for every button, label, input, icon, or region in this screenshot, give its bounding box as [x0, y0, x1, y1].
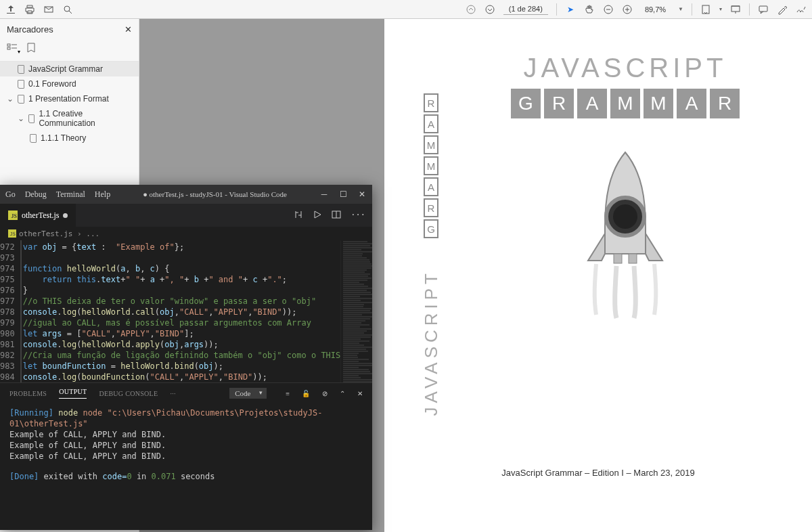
bookmark-item[interactable]: 1.1.1 Theory — [0, 131, 139, 146]
vertical-title: JAVASCRIPT — [421, 269, 442, 416]
spaceship-illustration — [466, 146, 785, 324]
bookmark-label: 0.1 Foreword — [28, 79, 76, 89]
page-down-icon[interactable] — [484, 4, 495, 15]
grammar-boxes: GRAMMAR — [466, 89, 785, 118]
minimize-icon[interactable]: ─ — [319, 190, 329, 199]
clear-icon[interactable]: ⊘ — [322, 390, 328, 397]
highlight-icon[interactable] — [777, 4, 788, 15]
close-icon[interactable]: ✕ — [357, 190, 367, 199]
code-editor[interactable]: 9729739749759769779789799809819829839849… — [0, 240, 372, 382]
output-text: exited with — [44, 472, 103, 481]
js-file-icon: JS — [8, 229, 16, 238]
comment-icon[interactable] — [758, 4, 769, 15]
hand-icon[interactable] — [584, 4, 595, 15]
output-time: 0.071 — [152, 472, 176, 481]
svg-point-1 — [64, 6, 70, 12]
close-icon[interactable]: ✕ — [125, 24, 132, 35]
print-icon[interactable] — [24, 4, 35, 15]
bookmark-item[interactable]: ⌄1 Presentation Format — [0, 91, 139, 106]
maximize-icon[interactable]: ☐ — [338, 190, 348, 199]
tab-more[interactable]: ··· — [170, 390, 175, 397]
menu-help[interactable]: Help — [95, 190, 110, 200]
code-content[interactable]: var obj = {text : "Example of"}; functio… — [20, 240, 341, 382]
separator — [692, 3, 692, 16]
vscode-window: Go Debug Terminal Help ● otherTest.js - … — [0, 185, 372, 530]
output-text: seconds — [176, 472, 215, 481]
bookmark-icon[interactable] — [27, 43, 35, 56]
zoom-level[interactable]: 89,7% — [641, 4, 670, 15]
zoom-in-icon[interactable] — [622, 4, 633, 15]
chevron-up-icon[interactable]: ⌃ — [340, 390, 345, 397]
bookmark-item[interactable]: JavaScript Grammar — [0, 62, 139, 76]
tab-label: otherTest.js — [22, 210, 59, 221]
list-icon[interactable]: ≡ — [286, 390, 290, 397]
unsaved-dot-icon — [63, 213, 68, 218]
run-icon[interactable] — [313, 210, 322, 221]
vscode-titlebar[interactable]: Go Debug Terminal Help ● otherTest.js - … — [0, 185, 372, 204]
bookmark-label: 1 Presentation Format — [28, 94, 109, 104]
bookmark-item[interactable]: 0.1 Foreword — [0, 76, 139, 91]
menu-go[interactable]: Go — [5, 190, 16, 200]
read-mode-icon[interactable] — [700, 4, 711, 15]
search-icon[interactable] — [62, 4, 73, 15]
zoom-dropdown-icon[interactable]: ▼ — [678, 6, 683, 12]
output-code-val: 0 — [127, 472, 131, 481]
svg-rect-7 — [731, 6, 740, 12]
tab-debug-console[interactable]: DEBUG CONSOLE — [99, 390, 158, 397]
zoom-out-icon[interactable] — [603, 4, 614, 15]
upload-icon[interactable] — [5, 4, 16, 15]
bookmark-item[interactable]: ⌄1.1 Creative Communication — [0, 106, 139, 131]
minimap[interactable] — [340, 240, 372, 382]
tab-output[interactable]: OUTPUT — [59, 388, 87, 399]
output-channel-select[interactable]: Code — [229, 388, 267, 399]
output-running-label: [Running] — [9, 408, 53, 418]
breadcrumb[interactable]: JS otherTest.js › ... — [0, 227, 372, 240]
svg-point-2 — [467, 5, 475, 14]
mail-icon[interactable] — [43, 4, 54, 15]
tab-problems[interactable]: PROBLEMS — [9, 390, 47, 397]
menu-debug[interactable]: Debug — [25, 190, 47, 200]
svg-point-12 — [613, 204, 637, 229]
chevron-down-icon[interactable]: ⌄ — [18, 114, 24, 123]
presentation-icon[interactable] — [730, 4, 741, 15]
editor-tabs: JS otherTest.js ··· — [0, 204, 372, 227]
bookmarks-view-icon[interactable]: ▾ — [7, 43, 20, 56]
bookmark-label: 1.1.1 Theory — [41, 133, 86, 143]
lock-icon[interactable]: 🔓 — [302, 390, 310, 397]
output-content[interactable]: [Running] node node "c:\Users\Pichau\Doc… — [0, 403, 372, 486]
pdf-page: GRAMMAR JAVASCRIPT JAVASCRIPT GRAMMAR — [384, 19, 812, 532]
separator — [556, 3, 557, 16]
svg-rect-10 — [7, 47, 10, 49]
vertical-grammar-boxes: GRAMMAR — [424, 93, 438, 238]
pointer-icon[interactable]: ➤ — [565, 4, 576, 15]
more-icon[interactable]: ··· — [351, 210, 365, 221]
svg-rect-6 — [702, 5, 709, 14]
bookmarks-title: Marcadores — [7, 24, 53, 35]
compare-icon[interactable] — [294, 210, 303, 221]
svg-point-3 — [486, 5, 494, 14]
output-line: Example of CALL, APPLY and BIND. — [9, 429, 363, 440]
dropdown-icon[interactable]: ▾ — [719, 6, 722, 12]
svg-rect-8 — [759, 6, 767, 12]
pdf-toolbar: (1 de 284) ➤ 89,7% ▼ ▾ — [0, 0, 812, 19]
line-numbers: 9729739749759769779789799809819829839849… — [0, 240, 20, 382]
breadcrumb-text: otherTest.js › ... — [19, 229, 99, 238]
page-indicator[interactable]: (1 de 284) — [503, 3, 548, 15]
output-done-label: [Done] — [9, 472, 39, 481]
output-text: in — [132, 472, 152, 481]
split-icon[interactable] — [332, 210, 341, 221]
page-up-icon[interactable] — [466, 4, 476, 15]
bookmark-label: 1.1 Creative Communication — [39, 109, 133, 128]
output-node: node — [58, 408, 78, 418]
output-line: Example of CALL, APPLY and BIND. — [9, 451, 363, 462]
svg-rect-9 — [7, 44, 10, 46]
menu-terminal[interactable]: Terminal — [56, 190, 85, 200]
svg-rect-13 — [614, 254, 622, 263]
close-panel-icon[interactable]: ✕ — [357, 390, 363, 397]
js-file-icon: JS — [8, 210, 18, 220]
chevron-down-icon[interactable]: ⌄ — [7, 94, 14, 104]
sign-icon[interactable] — [796, 4, 807, 15]
bookmark-label: JavaScript Grammar — [28, 64, 103, 74]
output-line: Example of CALL, APPLY and BIND. — [9, 440, 363, 451]
editor-tab[interactable]: JS otherTest.js — [0, 204, 76, 227]
